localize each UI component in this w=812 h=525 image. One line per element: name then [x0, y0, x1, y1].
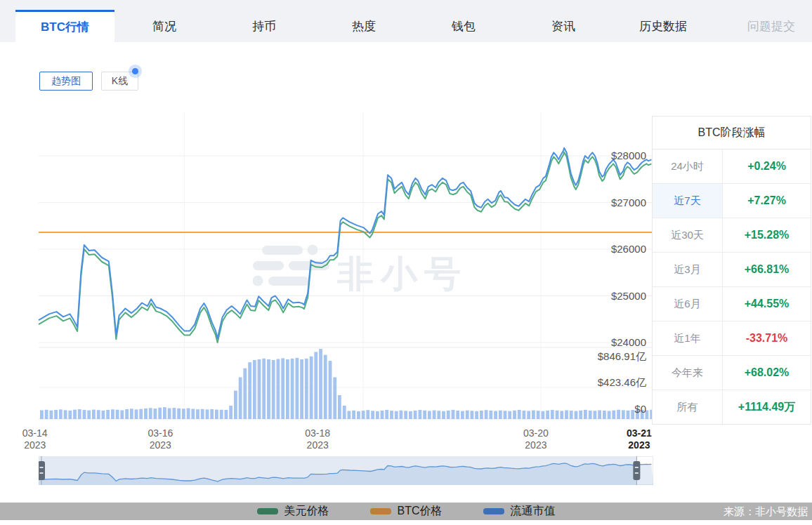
- volume-bar: [594, 411, 597, 419]
- tab-BTC行情[interactable]: BTC行情: [15, 10, 114, 42]
- volume-bar: [225, 410, 228, 419]
- usd-price-line: [39, 152, 651, 343]
- stage-period-cell[interactable]: 近3月: [653, 253, 723, 286]
- x-axis-label: 03-212023: [627, 427, 652, 451]
- navigator-left-handle[interactable]: [39, 461, 45, 480]
- volume-bar: [111, 409, 114, 419]
- volume-bar: [518, 410, 521, 419]
- tab-简况[interactable]: 简况: [114, 10, 214, 42]
- volume-bar: [120, 411, 124, 420]
- btc-market-page: BTC行情简况持币热度钱包资讯历史数据问题提交 趋势图 K线 非小号$28000…: [0, 0, 812, 525]
- volume-bar: [513, 411, 516, 419]
- stage-period-cell[interactable]: 近1年: [653, 321, 723, 355]
- volume-bar: [612, 411, 615, 419]
- volume-bar: [324, 355, 327, 419]
- stage-period-cell[interactable]: 近6月: [653, 287, 723, 321]
- volume-bar: [253, 360, 256, 419]
- tab-持币[interactable]: 持币: [214, 10, 314, 42]
- stage-period-cell[interactable]: 所有: [653, 390, 723, 424]
- x-axis-date: 03-20: [523, 427, 549, 439]
- volume-bar: [187, 408, 190, 419]
- stage-period-cell[interactable]: 24小时: [653, 149, 723, 183]
- volume-bar: [239, 378, 242, 420]
- volume-bar: [381, 411, 384, 419]
- volume-bar: [50, 411, 53, 419]
- x-axis-date: 03-21: [627, 427, 652, 439]
- legend-item-BTC价格[interactable]: BTC价格: [370, 504, 443, 519]
- watermark-text: 非小号: [337, 253, 468, 294]
- volume-bar: [201, 409, 204, 419]
- volume-bar: [267, 359, 270, 419]
- legend-label: 美元价格: [284, 504, 329, 519]
- x-axis-label: 03-162023: [148, 427, 173, 451]
- navigator-handle-grip[interactable]: [633, 461, 640, 480]
- volume-bar: [442, 411, 445, 419]
- range-navigator[interactable]: [39, 456, 653, 485]
- volume-bar: [395, 411, 398, 419]
- kline-chart-button[interactable]: K线: [101, 72, 138, 91]
- trend-chart-button[interactable]: 趋势图: [39, 72, 93, 91]
- legend-item-美元价格[interactable]: 美元价格: [257, 504, 329, 519]
- watermark-bar: [253, 261, 284, 270]
- stage-period-cell[interactable]: 近30天: [653, 218, 723, 252]
- volume-bar: [281, 358, 284, 419]
- tab-问题提交[interactable]: 问题提交: [732, 10, 811, 42]
- volume-bar: [404, 411, 407, 419]
- x-axis-date: 03-16: [148, 427, 173, 439]
- volume-bar: [579, 411, 582, 419]
- volume-bar: [78, 409, 81, 419]
- tab-历史数据[interactable]: 历史数据: [613, 10, 713, 42]
- stage-change-panel: BTC阶段涨幅 24小时+0.24%近7天+7.27%近30天+15.28%近3…: [652, 116, 811, 425]
- volume-bar: [182, 408, 185, 419]
- stage-value-cell: +66.81%: [723, 253, 811, 286]
- price-chart[interactable]: 非小号$28000$27000$26000$25000$24000$846.91…: [39, 112, 653, 456]
- stage-row: 近3月+66.81%: [653, 253, 811, 287]
- navigator-right-handle[interactable]: [633, 461, 640, 480]
- tab-钱包[interactable]: 钱包: [414, 10, 513, 42]
- volume-bar: [494, 411, 497, 420]
- volume-bar: [215, 410, 218, 419]
- volume-bar: [163, 407, 166, 419]
- volume-bar: [471, 411, 474, 419]
- volume-bar: [83, 410, 86, 419]
- stage-row: 24小时+0.24%: [653, 149, 811, 184]
- volume-bar: [428, 411, 431, 420]
- legend-item-流通市值[interactable]: 流通市值: [483, 504, 556, 519]
- volume-bar: [296, 358, 299, 419]
- watermark-logo-icon: [253, 245, 330, 286]
- volume-axis-label: $0: [634, 403, 646, 415]
- volume-bar: [92, 410, 96, 419]
- volume-bar: [333, 378, 336, 420]
- volume-bar: [371, 411, 374, 419]
- volume-bar: [191, 409, 195, 420]
- volume-bar: [542, 411, 545, 419]
- tab-热度[interactable]: 热度: [314, 10, 414, 42]
- navigator-handle-grip[interactable]: [39, 461, 45, 480]
- volume-bar: [220, 410, 223, 419]
- watermark-dot: [253, 276, 263, 286]
- stage-period-cell[interactable]: 近7天: [653, 184, 723, 218]
- stage-period-cell[interactable]: 今年来: [653, 356, 723, 390]
- volume-bar: [456, 411, 459, 419]
- volume-bar: [627, 411, 630, 419]
- volume-bar: [508, 411, 511, 419]
- stage-row: 所有+1114.49万: [653, 390, 811, 424]
- volume-bar: [565, 411, 568, 420]
- volume-bar: [59, 409, 63, 419]
- volume-bar: [40, 411, 44, 420]
- volume-bar: [485, 410, 488, 419]
- volume-bar: [447, 411, 450, 419]
- x-axis-year: 2023: [24, 439, 46, 451]
- volume-bar: [523, 411, 526, 419]
- volume-bar: [272, 360, 275, 419]
- price-axis-label: $25000: [611, 290, 646, 302]
- price-chart-svg: 非小号$28000$27000$26000$25000$24000$846.91…: [39, 112, 653, 456]
- legend-swatch-icon: [483, 508, 504, 514]
- volume-bar: [319, 349, 322, 419]
- stage-row: 近7天+7.27%: [653, 184, 811, 218]
- tab-资讯[interactable]: 资讯: [513, 10, 613, 42]
- volume-bar: [419, 410, 422, 419]
- volume-bar: [352, 411, 355, 419]
- top-tab-bar: BTC行情简况持币热度钱包资讯历史数据问题提交: [0, 0, 812, 42]
- volume-bar: [139, 409, 143, 419]
